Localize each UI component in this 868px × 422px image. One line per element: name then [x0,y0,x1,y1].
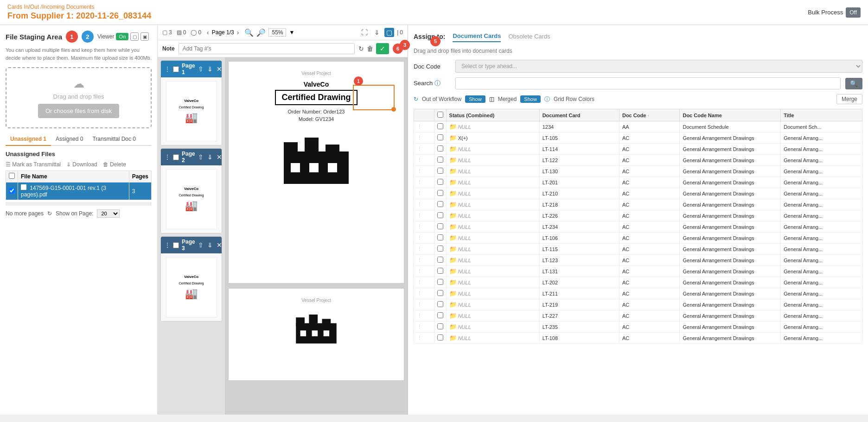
thumb-remove-1[interactable]: ✕ [217,65,222,73]
table-row[interactable]: ⋮ 📁 NULL LT-123 AC General Arrangement D… [414,255,862,266]
merge-button[interactable]: Merge [836,94,862,104]
row-checkbox[interactable] [437,279,443,285]
breadcrumb-text[interactable]: Cards In/Out /Incoming Documents [7,4,94,10]
search-help-icon[interactable]: ⓘ [434,80,440,87]
table-row[interactable]: ⋮ 📁 NULL LT-219 AC General Arrangement D… [414,299,862,310]
table-row[interactable]: ⋮ 📁 NULL LT-106 AC General Arrangement D… [414,233,862,244]
table-row[interactable]: ⋮ 📁 NULL LT-114 AC General Arrangement D… [414,144,862,155]
show-select[interactable]: 20 50 100 [97,209,120,218]
zoom-in-btn[interactable]: 🔍 [244,28,254,37]
note-confirm-btn[interactable]: ✓ [376,43,389,54]
table-row[interactable]: ⋮ 📁 NULL LT-130 AC General Arrangement D… [414,166,862,177]
thumb-upload-1[interactable]: ⇧ [198,65,204,73]
select-all-checkbox[interactable] [9,173,15,179]
tab-transmittal[interactable]: Transmittal Doc 0 [88,133,140,146]
file-checkbox[interactable] [9,188,15,194]
table-row[interactable]: ⋮ 📁 NULL LT-122 AC General Arrangement D… [414,155,862,166]
thumb-check-1[interactable] [173,66,179,72]
thumb-remove-3[interactable]: ✕ [217,241,222,249]
zoom-value[interactable]: 55% [268,28,286,37]
table-row[interactable]: ⋮ 📁 NULL LT-226 AC General Arrangement D… [414,210,862,221]
table-row[interactable]: ⋮ 📁 NULL LT-108 AC General Arrangement D… [414,333,862,344]
row-checkbox[interactable] [437,257,443,263]
grid-help-icon[interactable]: ⓘ [544,95,550,103]
row-checkbox[interactable] [437,301,443,307]
row-checkbox[interactable] [437,134,443,140]
table-row[interactable]: ⋮ 📁 NULL LT-131 AC General Arrangement D… [414,266,862,277]
refresh-icon[interactable]: ↻ [47,210,52,217]
prev-page-btn[interactable]: ‹ [207,29,209,36]
row-checkbox[interactable] [437,190,443,196]
drop-zone[interactable]: ☁ Drag and drop files Or choose files fr… [6,67,152,128]
refresh-filter-icon[interactable]: ↻ [414,96,418,102]
merged-show-btn[interactable]: Show [520,95,541,103]
table-row[interactable]: ⋮ 📁 NULL 1234 AA Document Schedule Docum… [414,121,862,132]
row-checkbox[interactable] [437,290,443,296]
row-checkbox[interactable] [437,334,443,340]
thumb-upload-2[interactable]: ⇧ [198,153,204,161]
zoom-dropdown-icon[interactable]: ▼ [289,29,294,36]
annotation-box[interactable]: 1 [353,85,395,110]
thumb-check-3[interactable] [173,242,179,248]
table-row[interactable]: ⋮ 📁 NULL LT-234 AC General Arrangement D… [414,221,862,233]
delete-btn[interactable]: 🗑 Delete [103,161,126,168]
zoom-out-btn[interactable]: 🔎 [256,28,266,37]
download-btn[interactable]: ⇓ Download [66,161,97,168]
row-checkbox[interactable] [437,157,443,163]
table-row[interactable]: ⋮ 📁 NULL LT-201 AC General Arrangement D… [414,177,862,188]
bulk-process-badge[interactable]: Off [846,7,861,18]
grid-colors-label[interactable]: Grid Row Colors [554,96,594,102]
tab-obsolete-cards[interactable]: Obsolete Cards [508,31,550,42]
tab-document-cards[interactable]: Document Cards [453,31,501,42]
tab-unassigned[interactable]: Unassigned 1 [6,133,51,146]
thumb-page-3[interactable]: ⋮ Page 3 ⇧ ⇓ ✕ ValveCo Certified Drawing [160,236,222,321]
thumb-upload-3[interactable]: ⇧ [198,241,204,249]
rect-tool-btn[interactable]: ▢ [384,28,394,37]
next-page-btn[interactable]: › [237,29,239,36]
row-checkbox[interactable] [437,212,443,218]
row-checkbox[interactable] [437,145,443,151]
table-row[interactable]: ⋮ 📁 NULL LT-210 AC General Arrangement D… [414,188,862,199]
row-checkbox[interactable] [437,223,443,229]
viewer-icon-2[interactable]: ▣ [140,32,149,41]
row-checkbox[interactable] [437,268,443,274]
search-button[interactable]: 🔍 [845,78,862,89]
note-delete-btn[interactable]: 🗑 [367,43,373,54]
thumb-download-3[interactable]: ⇓ [207,241,213,249]
thumb-download-1[interactable]: ⇓ [207,65,213,73]
table-row[interactable]: ⋮ 📁 X(+) LT-105 AC General Arrangement D… [414,132,862,144]
table-select-all[interactable] [437,112,443,118]
table-row[interactable]: ⋮ 📁 NULL LT-235 AC General Arrangement D… [414,321,862,333]
table-row[interactable]: ⋮ 📁 NULL LT-218 AC General Arrangement D… [414,199,862,210]
fit-page-btn[interactable]: ⛶ [359,28,370,37]
thumb-check-2[interactable] [173,154,179,160]
thumb-remove-2[interactable]: ✕ [217,153,222,161]
file-row[interactable]: 147569-G15-0001-001 rev.1 (3 pages).pdf … [6,183,152,200]
row-checkbox[interactable] [437,168,443,174]
row-checkbox[interactable] [437,123,443,129]
choose-files-button[interactable]: Or choose files from disk [38,104,119,118]
mark-transmittal-btn[interactable]: ☰ Mark as Transmittal [6,161,61,168]
row-checkbox[interactable] [437,179,443,185]
viewer-icon-1[interactable]: ▢ [130,32,139,41]
thumb-page-2[interactable]: ⋮ Page 2 ⇧ ⇓ ✕ ValveCo Certified Drawing [160,148,222,233]
row-checkbox[interactable] [437,323,443,329]
doc-code-select[interactable]: Select or type ahead... [455,60,862,73]
note-undo-btn[interactable]: ↻ [358,43,364,54]
note-input[interactable] [179,43,355,54]
table-row[interactable]: ⋮ 📁 NULL LT-211 AC General Arrangement D… [414,288,862,299]
tab-assigned[interactable]: Assigned 0 [51,133,88,146]
scroll-bar[interactable] [6,202,152,206]
search-input[interactable] [455,77,841,89]
table-row[interactable]: ⋮ 📁 NULL LT-227 AC General Arrangement D… [414,310,862,321]
row-checkbox[interactable] [437,201,443,207]
row-checkbox[interactable] [437,234,443,240]
thumb-download-2[interactable]: ⇓ [207,153,213,161]
table-row[interactable]: ⋮ 📁 NULL LT-115 AC General Arrangement D… [414,244,862,255]
row-checkbox[interactable] [437,246,443,252]
viewer-on-toggle[interactable]: On [116,33,128,40]
out-workflow-show-btn[interactable]: Show [465,95,485,103]
thumb-page-1[interactable]: ⋮ Page 1 ⇧ ⇓ ✕ ValveCo Certified Drawing [160,60,222,145]
download-pdf-btn[interactable]: ⇓ [372,28,382,37]
row-checkbox[interactable] [437,312,443,318]
